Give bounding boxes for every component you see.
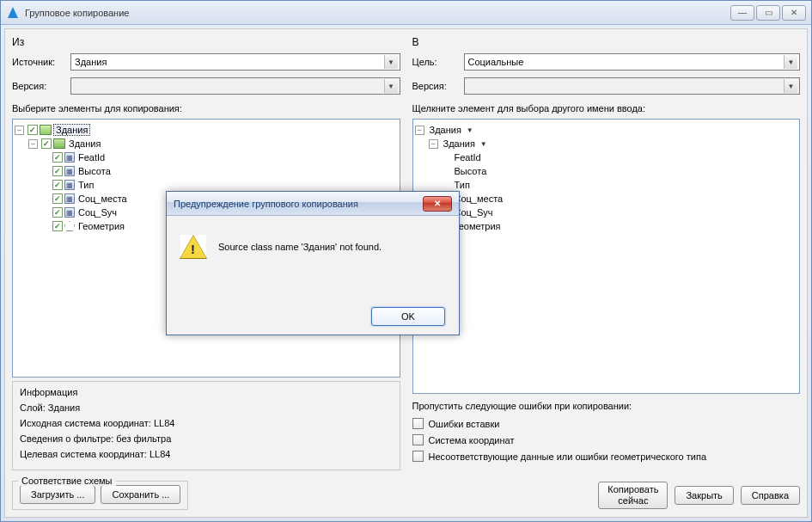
tree-field-row[interactable]: FeatId [415,150,798,164]
tree-field-label[interactable]: Тип [76,180,95,190]
tree-schema-row[interactable]: − ✓ Здания [15,123,398,137]
copy-now-button[interactable]: Копировать сейчас [598,482,668,509]
collapse-icon[interactable]: − [429,139,438,149]
collapse-icon[interactable]: − [415,126,424,135]
warning-dialog: Предупреждение группового копирования ✕ … [166,191,460,335]
select-elements-label: Выберите элементы для копирования: [12,103,400,114]
checkbox-icon[interactable]: ✓ [52,193,63,204]
tree-field-row[interactable]: Соц_Sуч [415,206,798,219]
chevron-down-icon[interactable]: ▼ [480,140,487,148]
checkbox-icon[interactable]: ✓ [52,221,63,231]
target-label: Цель: [412,57,459,67]
geom-checkbox[interactable] [412,451,424,462]
target-version-label: Версия: [412,81,459,91]
dialog-message: Source class name 'Здания' not found. [218,242,382,252]
checkbox-icon[interactable]: ✓ [41,138,52,149]
field-icon: ▦ [64,152,75,163]
skip-heading: Пропустить следующие ошибки при копирова… [412,401,801,411]
checkbox-icon[interactable]: ✓ [27,125,38,135]
insert-errors-checkbox[interactable] [412,418,424,429]
geom-label: Несоответствующие данные или ошибки геом… [429,451,707,462]
tree-schema-row[interactable]: − Здания ▼ [415,123,798,137]
source-version-label: Версия: [12,81,65,91]
info-heading: Информация [20,387,393,397]
tree-field-row[interactable]: Соц_места [415,192,798,206]
skip-panel: Пропустить следующие ошибки при копирова… [412,397,801,470]
checkbox-icon[interactable]: ✓ [52,207,63,218]
tree-schema-label[interactable]: Здания [53,124,90,136]
cs-checkbox[interactable] [412,434,424,445]
tree-field-row[interactable]: Геометрия [415,219,798,233]
chevron-down-icon: ▼ [384,55,398,69]
tree-field-label[interactable]: FeatId [453,152,483,163]
source-heading: Из [12,36,400,48]
close-button[interactable]: Закрыть [675,486,733,505]
field-icon: ▦ [64,207,75,218]
save-button[interactable]: Сохранить ... [101,485,180,504]
tree-field-label[interactable]: Тип [453,180,472,190]
tree-field-label[interactable]: Геометрия [453,221,503,231]
checkbox-icon[interactable]: ✓ [52,166,63,176]
chevron-down-icon[interactable]: ▼ [467,126,473,134]
chevron-down-icon: ▼ [384,79,398,93]
bottom-bar: Соответствие схемы Загрузить ... Сохрани… [12,476,800,510]
dialog-title: Предупреждение группового копирования [174,199,358,209]
tree-field-label[interactable]: Соц_места [76,193,129,204]
dialog-close-button[interactable]: ✕ [423,196,452,212]
dialog-titlebar[interactable]: Предупреждение группового копирования ✕ [167,192,459,216]
window-controls: — ▭ ✕ [730,5,806,21]
tree-class-row[interactable]: − ✓ Здания [15,137,398,150]
tree-field-label[interactable]: Соц_Sуч [76,207,119,218]
checkbox-icon[interactable]: ✓ [52,180,63,190]
window-title: Групповое копирование [25,8,129,18]
class-icon [53,138,65,149]
tree-field-row[interactable]: Высота [415,164,798,178]
info-layer: Слой: Здания [20,402,393,413]
tree-field-label[interactable]: Соц_места [453,193,505,204]
tree-field-row[interactable]: ✓ ▦ FeatId [15,150,398,164]
schema-icon [40,125,52,135]
close-window-button[interactable]: ✕ [782,5,806,21]
info-source-cs: Исходная система координат: LL84 [20,418,393,428]
info-target-cs: Целевая система координат: LL84 [20,449,393,459]
target-version-combo: ▼ [464,77,801,95]
tree-field-label[interactable]: FeatId [76,152,107,163]
field-icon: ▦ [64,193,75,204]
maximize-button[interactable]: ▭ [756,5,780,21]
load-button[interactable]: Загрузить ... [20,485,95,504]
warning-icon: ! [180,235,206,259]
target-combo[interactable]: Социальные ▼ [464,53,801,71]
collapse-icon[interactable]: − [15,126,24,135]
app-icon [6,6,20,20]
schema-mapping-group: Соответствие схемы Загрузить ... Сохрани… [12,481,188,510]
cs-label: Система координат [429,435,515,445]
tree-field-row[interactable]: ✓ ▦ Тип [15,178,398,192]
tree-class-label[interactable]: Здания [67,138,102,149]
tree-field-label[interactable]: Высота [76,166,113,176]
tree-schema-label[interactable]: Здания [428,125,463,135]
tree-class-row[interactable]: − Здания ▼ [415,137,798,150]
tree-field-row[interactable]: Тип [415,178,798,192]
help-button[interactable]: Справка [741,486,800,505]
chevron-down-icon: ▼ [784,79,797,93]
tree-field-label[interactable]: Геометрия [76,221,126,231]
click-element-label: Щелкните элемент для выбора другого имен… [412,103,801,114]
tree-field-row[interactable]: ✓ ▦ Высота [15,164,398,178]
checkbox-icon[interactable]: ✓ [52,152,63,163]
insert-errors-label: Ошибки вставки [429,419,500,429]
field-icon: ▦ [64,166,75,176]
target-panel: В Цель: Социальные ▼ Версия: ▼ Щелкните … [412,36,801,470]
info-panel: Информация Слой: Здания Исходная система… [12,381,400,470]
tree-field-label[interactable]: Высота [453,166,489,176]
info-filter: Сведения о фильтре: без фильтра [20,433,393,444]
ok-button[interactable]: OK [371,307,445,326]
tree-class-label[interactable]: Здания [442,138,477,149]
minimize-button[interactable]: — [730,5,754,21]
target-tree[interactable]: − Здания ▼ − Здания ▼ FeatId [412,119,801,394]
source-combo[interactable]: Здания ▼ [70,53,400,71]
target-value: Социальные [468,57,524,67]
chevron-down-icon: ▼ [784,55,797,69]
collapse-icon[interactable]: − [28,139,38,149]
source-label: Источник: [12,57,65,67]
titlebar[interactable]: Групповое копирование — ▭ ✕ [1,1,811,25]
